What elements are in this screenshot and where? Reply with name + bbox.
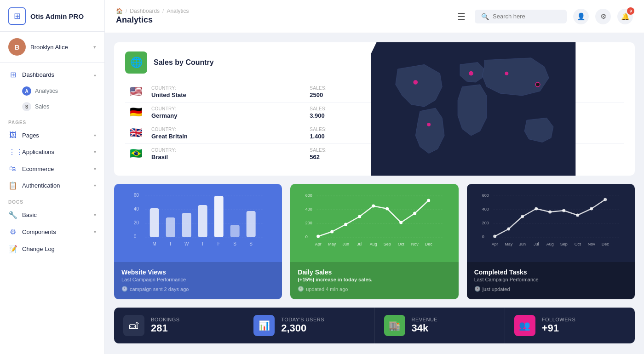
svg-text:F: F <box>218 241 220 246</box>
daily-sales-pct: (+15%) <box>298 277 314 282</box>
components-label: Components <box>22 228 56 235</box>
svg-point-39 <box>358 215 361 218</box>
svg-text:600: 600 <box>305 193 312 198</box>
sidebar-item-components[interactable]: ⚙ Components ▾ <box>0 223 104 240</box>
svg-point-65 <box>535 207 538 211</box>
svg-point-41 <box>385 207 389 211</box>
user-chevron-icon: ▾ <box>93 44 96 50</box>
settings-icon[interactable]: ⚙ <box>595 9 611 24</box>
svg-point-43 <box>413 212 416 215</box>
svg-point-4 <box>535 82 540 87</box>
stat-item: 🛋 Bookings 281 <box>114 308 244 343</box>
user-profile-icon[interactable]: 👤 <box>573 9 589 24</box>
applications-label: Applications <box>22 148 54 155</box>
stat-value: 34k <box>412 322 438 334</box>
svg-text:Sep: Sep <box>384 242 391 246</box>
stat-icon: 🏬 <box>384 315 405 336</box>
svg-text:Jul: Jul <box>357 242 362 246</box>
svg-text:S: S <box>249 241 253 246</box>
sidebar-item-ecommerce[interactable]: 🛍 Ecommerce ▾ <box>0 160 104 177</box>
svg-text:Dec: Dec <box>601 242 609 246</box>
svg-rect-14 <box>150 208 159 237</box>
globe-icon: 🌐 <box>125 51 147 74</box>
svg-text:Nov: Nov <box>587 242 595 246</box>
stat-label: Revenue <box>412 317 438 322</box>
svg-text:Aug: Aug <box>370 242 377 246</box>
sales-label: Sales <box>35 103 49 110</box>
daily-sales-sub: (+15%) increase in today sales. <box>298 277 451 282</box>
svg-text:400: 400 <box>482 207 489 211</box>
svg-text:W: W <box>184 241 189 246</box>
svg-text:Oct: Oct <box>398 242 405 246</box>
sidebar-item-sales[interactable]: S Sales <box>0 99 104 114</box>
sidebar-item-analytics[interactable]: A Analytics <box>0 83 104 99</box>
website-views-card: 60 40 20 0 <box>114 184 282 299</box>
daily-sales-info: Daily Sales (+15%) increase in today sal… <box>290 262 458 299</box>
website-views-sub: Last Campaign Performance <box>121 277 275 282</box>
topbar: 🏠 / Dashboards / Analytics Analytics ☰ 🔍… <box>105 0 644 33</box>
svg-point-37 <box>330 230 334 234</box>
notifications-icon[interactable]: 🔔 9 <box>617 9 633 24</box>
svg-point-68 <box>576 214 579 217</box>
search-input[interactable] <box>493 13 560 20</box>
sidebar-user[interactable]: B Brooklyn Alice ▾ <box>0 32 104 63</box>
line-chart-green-svg: 600 400 200 0 <box>298 191 451 260</box>
app-name: Otis Admin PRO <box>30 12 84 20</box>
svg-point-2 <box>469 71 473 76</box>
svg-text:T: T <box>201 241 204 246</box>
applications-icon: ⋮⋮ <box>8 148 17 156</box>
svg-text:Apr: Apr <box>491 242 498 246</box>
dashboards-label: Dashboards <box>22 71 54 78</box>
bar-chart-svg: 60 40 20 0 <box>121 191 275 260</box>
logo-icon: ⊞ <box>8 7 26 25</box>
svg-text:Jun: Jun <box>519 242 526 246</box>
auth-label: Authentication <box>22 182 60 189</box>
ecommerce-label: Ecommerce <box>22 166 54 172</box>
hamburger-icon[interactable]: ☰ <box>457 11 466 22</box>
basic-icon: 🔧 <box>8 211 17 219</box>
pages-icon: 🖼 <box>8 131 17 139</box>
svg-point-63 <box>507 228 510 231</box>
svg-text:200: 200 <box>482 221 489 225</box>
svg-point-40 <box>372 205 375 208</box>
applications-chevron-icon: ▾ <box>94 149 96 154</box>
sidebar-item-applications[interactable]: ⋮⋮ Applications ▾ <box>0 143 104 160</box>
chart-row: 60 40 20 0 <box>114 184 635 299</box>
svg-text:40: 40 <box>134 206 139 211</box>
clock-icon: 🕐 <box>121 286 128 292</box>
line-chart-dark-svg: 600 400 200 0 <box>474 191 627 260</box>
daily-sales-card: 600 400 200 0 <box>290 184 458 299</box>
analytics-dot: A <box>22 86 31 96</box>
pages-section-label: PAGES <box>0 114 104 127</box>
sidebar-item-dashboards[interactable]: ⊞ Dashboards ▴ <box>0 66 104 83</box>
completed-tasks-card: 600 400 200 0 <box>467 184 635 299</box>
sidebar-logo: ⊞ Otis Admin PRO <box>0 0 104 32</box>
svg-text:600: 600 <box>482 193 489 198</box>
stat-icon: 🛋 <box>123 315 144 336</box>
svg-rect-16 <box>182 213 191 237</box>
search-icon: 🔍 <box>481 13 489 20</box>
sidebar-item-authentication[interactable]: 📋 Authentication ▾ <box>0 177 104 194</box>
svg-text:Dec: Dec <box>425 242 433 246</box>
search-box[interactable]: 🔍 <box>475 10 567 23</box>
avatar: B <box>8 38 26 56</box>
sidebar-item-basic[interactable]: 🔧 Basic ▾ <box>0 206 104 223</box>
svg-text:Aug: Aug <box>546 242 553 246</box>
auth-chevron-icon: ▾ <box>94 183 96 188</box>
page-title: Analytics <box>116 15 452 25</box>
stat-value: 2,300 <box>281 322 324 334</box>
dashboards-chevron-icon: ▴ <box>94 72 96 77</box>
svg-rect-17 <box>198 205 207 237</box>
sidebar-item-pages[interactable]: 🖼 Pages ▾ <box>0 127 104 143</box>
breadcrumb: 🏠 / Dashboards / Analytics <box>116 8 452 14</box>
stat-label: Today's Users <box>281 317 324 322</box>
stat-item: 🏬 Revenue 34k <box>375 308 505 343</box>
docs-section-label: DOCS <box>0 194 104 206</box>
notif-badge: 9 <box>627 7 634 15</box>
daily-sales-chart: 600 400 200 0 <box>290 184 458 262</box>
svg-text:Oct: Oct <box>574 242 581 246</box>
svg-point-1 <box>414 80 418 85</box>
sidebar-item-changelog[interactable]: 📝 Change Log <box>0 240 104 257</box>
auth-icon: 📋 <box>8 181 17 190</box>
svg-point-3 <box>505 72 509 75</box>
